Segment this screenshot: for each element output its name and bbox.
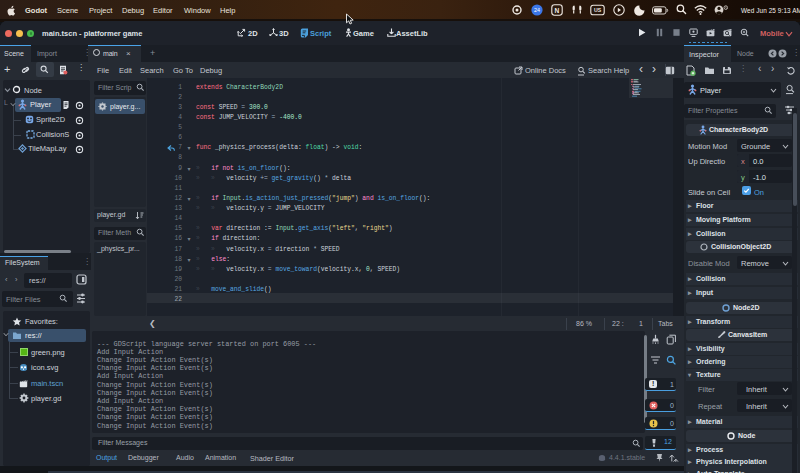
svg-text:US: US [594,7,602,13]
svg-text:N: N [555,7,560,14]
svg-text:24: 24 [534,7,540,13]
